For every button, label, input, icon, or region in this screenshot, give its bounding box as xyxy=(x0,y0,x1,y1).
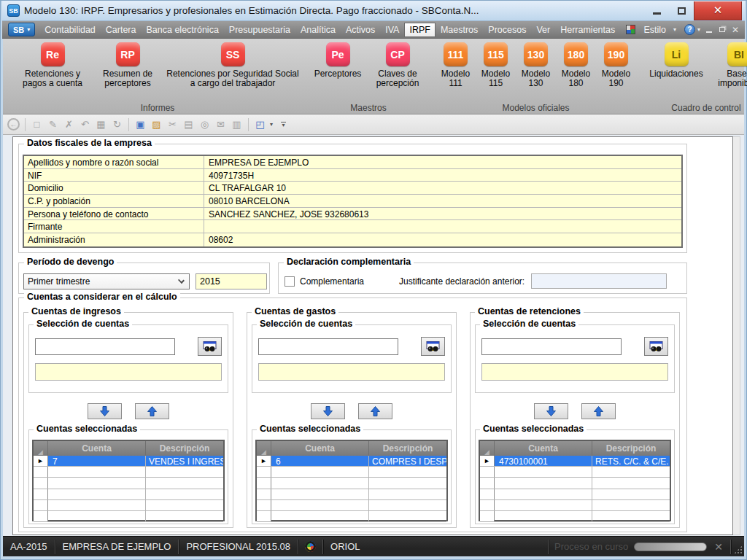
back-icon[interactable]: ← xyxy=(7,118,20,131)
grid-row-empty[interactable] xyxy=(257,511,446,522)
ejercicio-input[interactable] xyxy=(196,273,267,289)
mdi-minimize-button[interactable] xyxy=(703,26,716,33)
print-icon[interactable]: ▤ xyxy=(181,117,196,132)
column-header-descripcion[interactable]: Descripción xyxy=(369,441,446,456)
cut-icon[interactable]: ✂ xyxy=(165,117,180,132)
ribbon-button-perceptores[interactable]: Pe Perceptores xyxy=(309,42,366,101)
menu-maestros[interactable]: Maestros xyxy=(436,23,483,37)
column-header-cuenta[interactable]: Cuenta xyxy=(495,441,592,456)
new-icon[interactable]: □ xyxy=(29,117,44,132)
help-icon[interactable]: ? xyxy=(684,24,695,35)
chevron-down-icon[interactable]: ▾ xyxy=(270,121,273,128)
ribbon-button-modelo-115[interactable]: 115 Modelo 115 xyxy=(476,42,515,101)
bi-icon: BI xyxy=(727,42,747,66)
buscar-cuenta-button[interactable] xyxy=(198,337,222,356)
close-button[interactable]: ✕ xyxy=(694,1,742,20)
grid-row-empty[interactable] xyxy=(480,489,670,500)
delete-icon[interactable]: ✗ xyxy=(61,117,77,132)
undo-icon[interactable]: ↶ xyxy=(77,117,93,132)
justificante-input[interactable] xyxy=(531,273,667,289)
mdi-close-button[interactable]: ✕ xyxy=(729,25,742,35)
ribbon-button-modelo-111[interactable]: 111 Modelo 111 xyxy=(436,42,475,101)
restore-icon xyxy=(719,27,725,32)
remove-cuenta-button[interactable] xyxy=(581,403,616,419)
paste-icon[interactable]: ▨ xyxy=(149,117,164,132)
cuenta-search-input[interactable] xyxy=(35,338,175,355)
column-header-cuenta[interactable]: Cuenta xyxy=(48,441,146,456)
refresh-icon[interactable]: ↻ xyxy=(109,117,125,132)
chevron-down-icon[interactable]: ▾ xyxy=(673,26,676,33)
ribbon-button-modelo-190[interactable]: 190 Modelo 190 xyxy=(597,42,635,101)
grid-row-selected[interactable]: ► 7 VENDES I INGRES xyxy=(34,456,223,467)
periodo-select[interactable]: Primer trimestre xyxy=(23,273,190,289)
column-header-cuenta[interactable]: Cuenta xyxy=(271,441,369,456)
menu-iva[interactable]: IVA xyxy=(380,23,404,37)
grid-row-empty[interactable] xyxy=(257,478,446,489)
buscar-cuenta-button[interactable] xyxy=(644,337,668,356)
grid-row-empty[interactable] xyxy=(34,500,223,511)
maximize-button[interactable] xyxy=(669,2,694,20)
resize-grip[interactable] xyxy=(734,545,743,554)
mail-icon[interactable]: ✉ xyxy=(213,117,228,132)
column-header-descripcion[interactable]: Descripción xyxy=(592,441,670,456)
ribbon-button-bases-imponibles[interactable]: BI Bases imponibles xyxy=(710,42,747,101)
add-cuenta-button[interactable] xyxy=(88,403,122,419)
ribbon-button-resumen-perceptores[interactable]: RP Resumen de perceptores xyxy=(92,42,163,101)
menu-analitica[interactable]: Analítica xyxy=(295,23,341,37)
process-close-icon[interactable]: ✕ xyxy=(707,541,730,553)
complementaria-checkbox[interactable] xyxy=(285,276,295,287)
edit-icon[interactable]: ✎ xyxy=(45,117,61,132)
toolbar-overflow-icon[interactable]: ▾ xyxy=(281,122,286,128)
ribbon-button-liquidaciones[interactable]: Li Liquidaciones xyxy=(644,42,708,101)
preview-icon[interactable]: ◎ xyxy=(197,117,212,132)
buscar-cuenta-button[interactable] xyxy=(421,337,445,356)
ribbon-button-retenciones-ss[interactable]: SS Retenciones por Seguridad Social a ca… xyxy=(165,42,301,101)
grid-row-selected[interactable]: ► 6 COMPRES I DESP xyxy=(257,456,446,467)
grid-row-empty[interactable] xyxy=(257,489,446,500)
remove-cuenta-button[interactable] xyxy=(135,403,169,419)
menu-irpf[interactable]: IRPF xyxy=(404,23,435,37)
cuenta-search-input[interactable] xyxy=(481,338,622,355)
scrollbar-gutter xyxy=(732,136,740,535)
grid-row-empty[interactable] xyxy=(34,478,223,489)
column-header-descripcion[interactable]: Descripción xyxy=(146,441,223,456)
cuenta-search-input[interactable] xyxy=(258,338,398,355)
remove-cuenta-button[interactable] xyxy=(358,403,392,419)
menu-presupuestaria[interactable]: Presupuestaria xyxy=(224,23,295,37)
grid-row-empty[interactable] xyxy=(34,511,223,522)
cuenta-descripcion-field[interactable] xyxy=(481,363,668,381)
grid-row-empty[interactable] xyxy=(257,500,446,511)
ribbon-button-modelo-180[interactable]: 180 Modelo 180 xyxy=(557,42,595,101)
menu-contabilidad[interactable]: Contabilidad xyxy=(39,23,101,37)
ribbon-button-retenciones-pagos[interactable]: Re Retenciones y pagos a cuenta xyxy=(15,42,90,101)
ribbon-button-modelo-130[interactable]: 130 Modelo 130 xyxy=(516,42,555,101)
menu-activos[interactable]: Activos xyxy=(341,23,380,37)
menu-procesos[interactable]: Procesos xyxy=(483,23,531,37)
copy-icon[interactable]: ▣ xyxy=(133,117,148,132)
menu-cartera[interactable]: Cartera xyxy=(101,23,142,37)
minimize-button[interactable] xyxy=(644,2,669,20)
windows-icon[interactable]: ◰ xyxy=(252,117,268,132)
add-cuenta-button[interactable] xyxy=(311,403,345,419)
grid-row-empty[interactable] xyxy=(480,511,670,522)
report-icon[interactable]: ▥ xyxy=(229,117,244,132)
menu-estilo[interactable]: Estilo xyxy=(638,23,671,37)
menu-banca-electronica[interactable]: Banca electrónica xyxy=(141,23,223,37)
ribbon-button-claves-percepcion[interactable]: CP Claves de percepción xyxy=(368,42,427,101)
grid-row-empty[interactable] xyxy=(34,467,223,478)
menu-ver[interactable]: Ver xyxy=(531,23,555,37)
save-icon[interactable]: ▦ xyxy=(93,117,109,132)
chevron-down-icon[interactable]: ▾ xyxy=(697,26,700,33)
grid-row-empty[interactable] xyxy=(480,500,670,511)
menu-herramientas[interactable]: Herramientas xyxy=(555,23,620,37)
add-cuenta-button[interactable] xyxy=(534,403,568,419)
grid-row-empty[interactable] xyxy=(480,478,670,489)
cuenta-descripcion-field[interactable] xyxy=(258,363,445,381)
grid-row-empty[interactable] xyxy=(34,489,223,500)
app-menu-button[interactable]: SB ▾ xyxy=(8,23,35,36)
grid-row-empty[interactable] xyxy=(257,467,446,478)
grid-row-selected[interactable]: ► 4730100001 RETS. C/C. & C/E. xyxy=(480,456,670,467)
cuenta-descripcion-field[interactable] xyxy=(35,363,222,381)
mdi-restore-button[interactable] xyxy=(716,27,729,32)
grid-row-empty[interactable] xyxy=(480,467,670,478)
